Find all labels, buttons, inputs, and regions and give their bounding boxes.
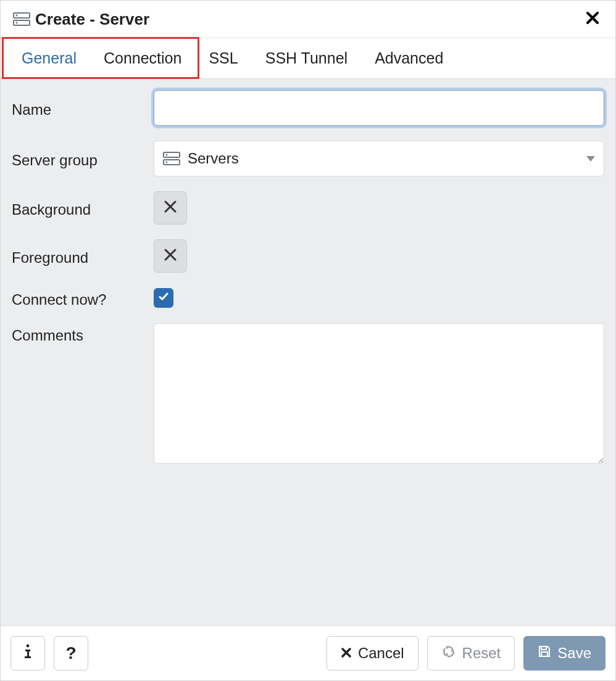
- help-button[interactable]: ?: [54, 636, 88, 671]
- cancel-button[interactable]: Cancel: [327, 636, 418, 671]
- question-icon: ?: [65, 643, 76, 663]
- server-group-value: Servers: [188, 150, 239, 167]
- info-icon: [22, 643, 34, 663]
- row-background: Background: [12, 191, 604, 225]
- label-background: Background: [12, 197, 154, 218]
- label-comments: Comments: [12, 323, 154, 344]
- recycle-icon: [441, 644, 456, 662]
- x-icon: [163, 247, 178, 265]
- tabs: General Connection SSL SSH Tunnel Advanc…: [1, 38, 615, 79]
- name-input[interactable]: [154, 90, 604, 126]
- reset-label: Reset: [462, 645, 501, 662]
- foreground-clear-button[interactable]: [154, 239, 187, 273]
- dialog-title: Create - Server: [35, 10, 149, 29]
- label-connect-now: Connect now?: [12, 287, 154, 308]
- label-name: Name: [12, 97, 154, 118]
- svg-point-7: [166, 162, 168, 163]
- reset-button[interactable]: Reset: [427, 636, 515, 671]
- tab-connection[interactable]: Connection: [90, 38, 195, 78]
- dialog-title-wrap: Create - Server: [13, 10, 149, 29]
- svg-point-3: [16, 22, 18, 24]
- row-comments: Comments: [12, 323, 604, 466]
- server-group-select[interactable]: Servers: [154, 141, 604, 176]
- svg-point-6: [166, 154, 168, 156]
- svg-rect-12: [541, 646, 546, 650]
- tabs-wrap: General Connection SSL SSH Tunnel Advanc…: [1, 38, 615, 79]
- dialog-footer: ? Cancel: [1, 625, 615, 680]
- svg-rect-13: [541, 652, 547, 656]
- save-button[interactable]: Save: [523, 636, 606, 671]
- server-group-icon: [163, 152, 180, 165]
- tab-general[interactable]: General: [8, 38, 90, 78]
- check-icon: [158, 291, 169, 305]
- row-connect-now: Connect now?: [12, 287, 604, 308]
- form-body: Name Server group: [1, 79, 615, 625]
- row-foreground: Foreground: [12, 239, 604, 273]
- server-icon: [13, 12, 30, 26]
- svg-point-2: [16, 15, 18, 17]
- dialog-header: Create - Server: [1, 1, 615, 38]
- comments-textarea[interactable]: [154, 323, 604, 464]
- tab-ssl[interactable]: SSL: [195, 38, 251, 78]
- label-server-group: Server group: [12, 148, 154, 169]
- create-server-dialog: Create - Server General Connection SSL S…: [0, 0, 616, 681]
- svg-rect-11: [25, 656, 31, 658]
- x-icon: [163, 199, 178, 217]
- close-icon[interactable]: [582, 8, 603, 30]
- connect-now-checkbox[interactable]: [154, 288, 173, 308]
- background-clear-button[interactable]: [154, 191, 187, 225]
- svg-point-8: [27, 645, 30, 648]
- x-icon: [341, 645, 352, 662]
- tab-advanced[interactable]: Advanced: [361, 38, 457, 78]
- save-icon: [538, 645, 551, 662]
- tab-ssh-tunnel[interactable]: SSH Tunnel: [252, 38, 361, 78]
- row-server-group: Server group Servers: [12, 141, 604, 176]
- chevron-down-icon: [586, 156, 595, 162]
- label-foreground: Foreground: [12, 246, 154, 266]
- save-label: Save: [557, 645, 591, 662]
- svg-rect-10: [27, 650, 29, 657]
- info-button[interactable]: [10, 636, 45, 671]
- row-name: Name: [12, 90, 604, 126]
- cancel-label: Cancel: [358, 645, 404, 662]
